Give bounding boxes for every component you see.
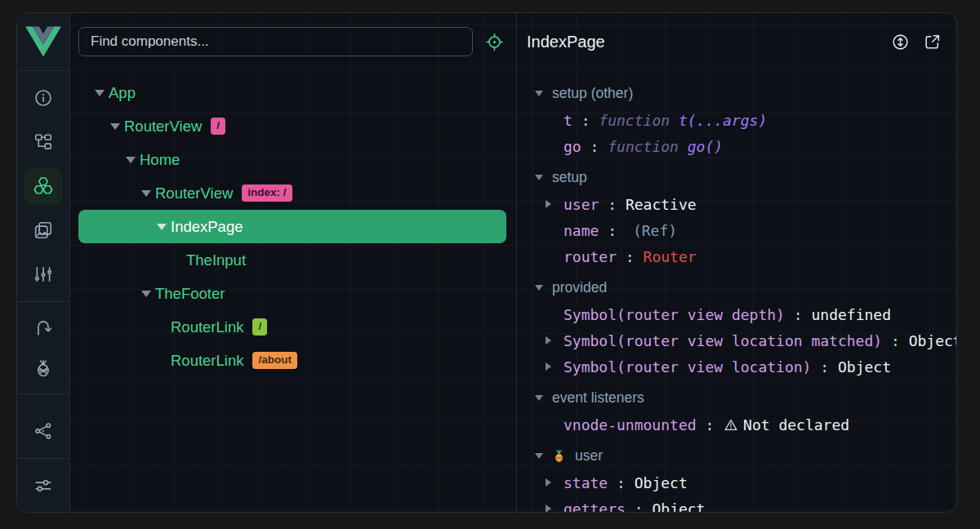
- expander-down-icon[interactable]: [141, 190, 155, 197]
- state-row[interactable]: name : (Ref): [535, 217, 956, 243]
- state-value: t(...args): [679, 112, 767, 129]
- expander-down-icon[interactable]: [95, 90, 109, 96]
- component-name: Home: [140, 151, 180, 169]
- expand-right-icon[interactable]: [546, 200, 551, 208]
- graph-icon: [33, 421, 53, 441]
- state-key: vnode-unmounted: [564, 416, 697, 433]
- component-name: RouterLink: [171, 318, 243, 336]
- section-label: setup: [552, 169, 587, 186]
- expand-right-icon[interactable]: [546, 336, 551, 345]
- expander-down-icon[interactable]: [110, 123, 124, 130]
- sidebar-tab-timeline[interactable]: [17, 252, 69, 296]
- tree-row-app[interactable]: App: [70, 76, 516, 109]
- sidebar: [17, 13, 70, 512]
- state-row[interactable]: router : Router: [535, 243, 956, 269]
- expander-down-icon[interactable]: [126, 157, 140, 163]
- open-in-editor-button[interactable]: [923, 33, 942, 51]
- state-key: router: [564, 248, 617, 265]
- component-name: RouterView: [155, 184, 233, 202]
- expand-right-icon[interactable]: [546, 362, 551, 371]
- state-row[interactable]: Symbol(router view location matched) : O…: [535, 327, 956, 353]
- search-input[interactable]: [78, 27, 473, 56]
- section-header-provided[interactable]: provided: [535, 274, 956, 301]
- vue-logo-icon: [25, 26, 61, 57]
- section-label: setup (other): [552, 85, 633, 102]
- key-value-separator: :: [697, 416, 724, 433]
- component-name: IndexPage: [171, 218, 243, 236]
- sidebar-tab-pinia[interactable]: [17, 348, 69, 389]
- component-name: App: [109, 84, 136, 102]
- expand-right-icon[interactable]: [546, 505, 551, 512]
- component-tree: AppRouterView/HomeRouterViewindex: /Inde…: [70, 70, 516, 377]
- state-row[interactable]: Symbol(router view depth) : undefined: [535, 301, 956, 327]
- component-name: TheFooter: [155, 285, 225, 303]
- section-label: user: [575, 447, 603, 465]
- state-value: undefined: [811, 306, 891, 323]
- component-name: TheInput: [186, 251, 246, 269]
- route-badge: /: [252, 318, 267, 336]
- state-value: Not declared: [743, 416, 849, 433]
- expander-down-icon[interactable]: [157, 224, 171, 230]
- key-value-separator: :: [617, 248, 644, 265]
- collapse-icon: [535, 453, 543, 459]
- sidebar-tab-components[interactable]: [17, 164, 69, 208]
- sidebar-tab-settings[interactable]: [17, 459, 69, 513]
- selected-component-title: IndexPage: [527, 33, 605, 51]
- state-row[interactable]: go : function go(): [535, 133, 956, 159]
- section-header-setup-other-[interactable]: setup (other): [535, 80, 956, 107]
- sidebar-tab-info[interactable]: [17, 76, 69, 120]
- expand-right-icon[interactable]: [546, 478, 551, 487]
- tree-row-routerview[interactable]: RouterViewindex: /: [70, 176, 516, 210]
- section-header-event-listeners[interactable]: event listeners: [535, 385, 956, 411]
- scroll-to-component-icon: [891, 33, 910, 51]
- inspect-target-button[interactable]: [485, 33, 504, 51]
- collapse-icon: [535, 395, 543, 401]
- expander-down-icon[interactable]: [141, 291, 155, 297]
- components-hexagons-icon: [33, 176, 54, 197]
- state-key: getters: [564, 500, 626, 513]
- assets-icon: [33, 220, 53, 240]
- state-value: (Ref): [633, 222, 677, 239]
- pinia-pineapple-icon: [33, 358, 53, 378]
- state-key: go: [564, 138, 581, 155]
- route-badge: index: /: [242, 184, 292, 202]
- warning-icon: [724, 419, 737, 431]
- router-hook-icon: [33, 318, 53, 337]
- sidebar-tab-graph[interactable]: [17, 409, 69, 453]
- state-row[interactable]: t : function t(...args): [535, 107, 956, 133]
- section-header-setup[interactable]: setup: [535, 164, 956, 191]
- collapse-icon: [535, 91, 543, 96]
- state-row[interactable]: Symbol(router view location) : Object: [535, 353, 956, 380]
- sidebar-tab-inspector-tree[interactable]: [17, 120, 69, 164]
- info-icon: [33, 88, 53, 108]
- key-value-separator: :: [608, 474, 635, 491]
- tree-row-theinput[interactable]: TheInput: [70, 243, 516, 277]
- tree-row-routerlink[interactable]: RouterLink/: [70, 310, 516, 344]
- section-label: event listeners: [552, 389, 644, 407]
- state-row[interactable]: user : Reactive: [535, 191, 956, 217]
- key-value-separator: :: [785, 306, 812, 323]
- key-value-separator: :: [626, 500, 653, 513]
- key-value-separator: :: [882, 332, 909, 349]
- state-row[interactable]: vnode-unmounted : Not declared: [535, 411, 956, 438]
- sidebar-tab-assets[interactable]: [17, 208, 69, 252]
- tree-row-routerview[interactable]: RouterView/: [70, 109, 516, 143]
- state-value: Object: [909, 332, 956, 349]
- state-value: Object: [838, 358, 891, 376]
- state-key: Symbol(router view location): [564, 358, 811, 376]
- tree-row-thefooter[interactable]: TheFooter: [70, 277, 516, 310]
- state-row[interactable]: state : Object: [535, 469, 956, 496]
- collapse-icon: [535, 285, 543, 291]
- state-row[interactable]: getters : Object: [535, 496, 956, 512]
- state-key: name: [564, 222, 599, 239]
- tree-row-home[interactable]: Home: [70, 143, 516, 176]
- section-header-user[interactable]: user: [535, 442, 956, 469]
- route-badge: /about: [252, 352, 297, 369]
- sidebar-tab-router[interactable]: [17, 307, 69, 348]
- tree-row-routerlink[interactable]: RouterLink/about: [70, 344, 516, 377]
- scroll-to-component-button[interactable]: [891, 33, 910, 51]
- tree-row-indexpage[interactable]: IndexPage: [78, 210, 506, 243]
- state-value: function: [599, 112, 679, 129]
- state-key: user: [564, 196, 599, 213]
- inspector-body: setup (other)t : function t(...args)go :…: [517, 70, 956, 512]
